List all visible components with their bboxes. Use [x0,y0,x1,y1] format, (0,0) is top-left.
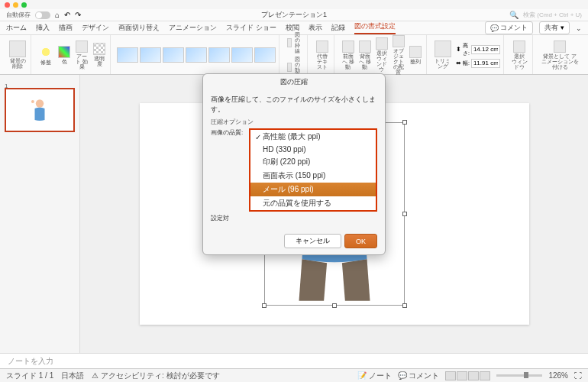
forward-icon [342,40,354,53]
notes-placeholder: ノートを入力 [8,357,53,365]
color-icon [58,46,70,58]
remove-background-button[interactable]: 背景の 削除 [8,39,27,70]
selection-window-icon [513,40,525,53]
zoom-level[interactable]: 126% [548,371,568,380]
tab-design[interactable]: デザイン [82,23,109,33]
send-backward-button[interactable]: 背面へ 移動 [357,39,373,71]
tab-draw[interactable]: 描画 [59,23,73,33]
selection-pane-button[interactable]: 選択 ウィンドウ [374,36,389,73]
slide-counter[interactable]: スライド 1 / 1 [6,371,53,381]
animate-as-background-button[interactable]: 背景として アニメーションを付ける [539,39,580,71]
style-thumb[interactable] [254,47,276,63]
autosave-toggle[interactable] [35,11,50,19]
corrections-button[interactable]: 修整 [37,44,54,66]
align-button[interactable]: 整列 [408,44,423,66]
style-thumb[interactable] [163,47,184,63]
width-input[interactable] [471,59,500,68]
resize-handle[interactable] [402,303,407,308]
accessibility-status[interactable]: ⚠ アクセシビリティ: 検討が必要です [92,371,219,381]
selection-icon [376,37,388,50]
dialog-title: 図の圧縮 [203,74,385,90]
tab-insert[interactable]: 挿入 [36,23,50,33]
zoom-slider[interactable] [496,374,542,377]
border-icon [287,38,292,47]
svg-point-1 [31,100,34,103]
alt-text-button[interactable]: 代替 テキスト [314,39,331,71]
quality-option-hd[interactable]: HD (330 ppi) [250,144,376,155]
width-label: 幅: [463,60,470,67]
comments-toggle[interactable]: 💬 コメント [398,371,440,381]
notes-toggle[interactable]: 📝 ノート [357,371,392,381]
resize-handle[interactable] [332,303,337,308]
resize-handle[interactable] [262,303,267,308]
height-icon: ⬍ [456,46,461,53]
fit-to-window-button[interactable]: ⛶ [574,371,582,380]
redo-icon[interactable]: ↷ [75,11,81,19]
mac-titlebar [0,0,588,9]
crop-icon [435,40,451,57]
tab-picture-format[interactable]: 図の書式設定 [354,21,396,34]
resize-handle[interactable] [402,212,407,216]
search-icon[interactable]: 🔍 [509,11,519,19]
transparency-button[interactable]: 透明度 [92,41,107,68]
search-placeholder[interactable]: 検索 (Cmd + Ctrl + U) [523,11,582,19]
picture-border-button[interactable]: 図の枠線 [286,31,304,55]
cancel-button[interactable]: キャンセル [284,234,341,248]
tab-slideshow[interactable]: スライド ショー [226,23,276,33]
slide-thumbnail-panel: 1 [0,75,80,353]
share-button[interactable]: 共有 ▾ [539,21,570,34]
ribbon: 背景の 削除 修整 色 アート 効果 透明度 図の枠線 図の効果 代替 テキスト… [0,35,588,75]
notes-pane[interactable]: ノートを入力 [0,353,588,368]
style-thumb[interactable] [231,47,253,63]
maximize-icon[interactable] [21,2,27,8]
tab-animations[interactable]: アニメーション [169,23,217,33]
artistic-icon [76,40,88,53]
style-thumb[interactable] [186,47,207,63]
comments-button[interactable]: 💬コメント [485,21,533,34]
object-position-button[interactable]: オブジェクト の配置 [391,34,406,76]
style-thumb[interactable] [117,47,138,63]
app-titlebar: 自動保存 ⌂ ↶ ↷ プレゼンテーション1 🔍 検索 (Cmd + Ctrl +… [0,9,588,21]
quality-option-original[interactable]: 元の品質を使用する [250,196,376,210]
slide-thumbnail[interactable] [5,88,75,132]
minimize-icon[interactable] [13,2,18,8]
transparency-icon [93,43,105,55]
slideshow-view-button[interactable] [480,371,490,380]
position-icon [393,35,405,47]
collapse-ribbon-icon[interactable]: ⌄ [576,24,582,32]
quality-option-screen[interactable]: 画面表示 (150 ppi) [250,169,376,183]
height-input[interactable] [471,45,500,54]
svg-point-0 [36,99,44,107]
reading-view-button[interactable] [468,371,479,380]
resize-handle[interactable] [402,120,407,125]
color-button[interactable]: 色 [57,44,72,66]
tab-home[interactable]: ホーム [6,23,27,33]
style-thumb[interactable] [140,47,161,63]
close-icon[interactable] [5,2,10,8]
anim-bg-icon [554,40,566,53]
backward-icon [359,40,371,53]
quality-option-print[interactable]: 印刷 (220 ppi) [250,155,376,169]
undo-icon[interactable]: ↶ [64,11,70,19]
quality-option-mail[interactable]: メール (96 ppi) [250,183,376,196]
quality-option-max[interactable]: ✓高性能 (最大 ppi) [250,130,376,144]
width-icon: ⬌ [456,60,461,66]
alt-text-icon [316,40,328,53]
crop-button[interactable]: トリミング [433,39,453,70]
remove-bg-icon [9,40,26,57]
tab-record[interactable]: 記録 [331,23,345,33]
tab-view[interactable]: 表示 [309,23,322,33]
normal-view-button[interactable] [445,371,456,380]
language-status[interactable]: 日本語 [61,371,84,381]
selection-window-button[interactable]: 選択 ウィンドウ [510,39,529,71]
artistic-effects-button[interactable]: アート 効果 [74,39,89,71]
style-thumb[interactable] [208,47,230,63]
home-icon[interactable]: ⌂ [55,11,60,19]
ok-button[interactable]: OK [344,234,377,248]
compress-pictures-dialog: 図の圧縮 画像を圧縮して、このファイルのサイズを小さくします。 圧縮オプション … [202,73,386,255]
quality-dropdown[interactable]: ✓高性能 (最大 ppi) HD (330 ppi) 印刷 (220 ppi) … [249,128,377,212]
bring-forward-button[interactable]: 前面へ 移動 [341,39,356,71]
tab-transitions[interactable]: 画面切り替え [118,23,160,33]
sorter-view-button[interactable] [457,371,467,380]
picture-styles-gallery[interactable] [117,47,276,63]
